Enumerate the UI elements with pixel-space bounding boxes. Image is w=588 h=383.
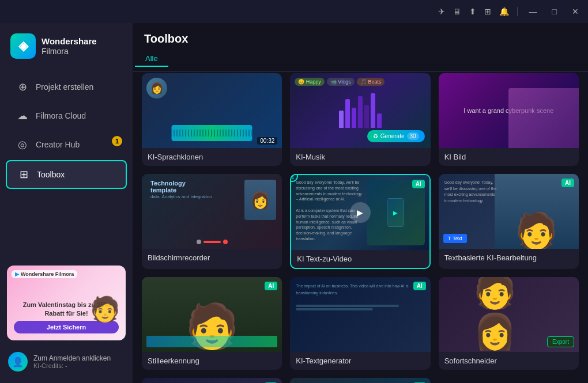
play-button[interactable]: ▶ [350, 202, 371, 223]
screen-controls [142, 240, 282, 244]
tool-card-voice-clone[interactable]: 👩 00:32 KI-Sprachklonen [142, 73, 282, 166]
phone-icon: ▶ [393, 210, 398, 216]
promo-figure: 🧑 [90, 295, 120, 323]
promo-logo-text: Wondershare Filmora [21, 271, 74, 277]
image-overlay [508, 88, 579, 148]
bottom1-visual: 🧑 [142, 378, 282, 383]
close-button[interactable]: ✕ [568, 6, 582, 17]
bell-icon[interactable]: 🔔 [499, 7, 509, 16]
page-title: Toolbox [133, 23, 588, 51]
user-info: Zum Anmelden anklicken KI-Credits: - [33, 354, 125, 369]
card-thumb-text2video: Good day everyone! Today, we'll be discu… [291, 175, 429, 250]
maximize-button[interactable]: □ [549, 6, 560, 17]
send-icon[interactable]: ✈ [438, 7, 445, 16]
sidebar-item-toolbox[interactable]: ⊞ Toolbox [6, 160, 127, 189]
logo-area: ◈ Wondershare Filmora [0, 23, 133, 73]
card-thumb-music: 😊 Happy 📹 Vlogs 🎵 Beats ♻ Generate 30 [290, 73, 430, 148]
main-layout: ◈ Wondershare Filmora ⊕ Projekt erstelle… [0, 23, 588, 383]
sidebar-item-label-toolbox: Toolbox [37, 170, 65, 179]
generate-icon: ♻ [373, 133, 378, 139]
card-thumb-voice: 👩 00:32 [142, 73, 282, 148]
filter-tab-all[interactable]: Alle [135, 51, 168, 67]
promo-logo: ▶ Wondershare Filmora [12, 270, 77, 278]
card-thumb-textbased: 🧑 Good day everyone! Today, we'll be dis… [439, 174, 579, 249]
card-thumb-bottom1: 🧑 AI [142, 378, 282, 383]
sidebar-item-label-creator: Creator Hub [36, 140, 80, 149]
textgen-text: The impact of AI on business. This video… [296, 283, 424, 310]
tool-grid: 👩 00:32 KI-Sprachklonen [142, 73, 579, 383]
tb-text: Good day everyone! Today, we'll be discu… [444, 180, 497, 204]
card-label-music: KI-Musik [290, 148, 430, 166]
tag-beats: 🎵 Beats [357, 78, 385, 86]
silence-wave [146, 336, 277, 347]
card-thumb-bottom2: WANDERLUST 🌎 AI [290, 378, 430, 383]
creator-badge-num: 1 [112, 136, 122, 146]
tool-card-silence[interactable]: 🧑 AI Stilleerkennung [142, 277, 282, 370]
tool-card-text2video[interactable]: 2 Good day everyone! Today, we'll be dis… [290, 174, 430, 269]
tool-card-music[interactable]: 😊 Happy 📹 Vlogs 🎵 Beats ♻ Generate 30 KI… [290, 73, 430, 166]
text-icon: T [448, 236, 451, 241]
sidebar-item-cloud[interactable]: ☁ Filmora Cloud [6, 103, 127, 129]
card-thumb-inner-voice: 👩 00:32 [142, 73, 282, 148]
card-thumb-textgen: The impact of AI on business. This video… [290, 277, 430, 352]
card-label-image: KI Bild [439, 148, 579, 166]
tool-card-bottom2[interactable]: WANDERLUST 🌎 AI [290, 378, 430, 383]
titlebar-separator [517, 7, 518, 16]
upload-icon[interactable]: ⬆ [469, 7, 476, 16]
quick-visual: 🧑👩 Export [439, 277, 579, 352]
brand-sub: Filmora [42, 47, 97, 56]
sidebar-item-creator[interactable]: ◎ Creator Hub 1 [6, 131, 127, 158]
card-label-voice: KI-Sprachklonen [142, 148, 282, 166]
filter-tabs: Alle [133, 51, 588, 72]
t2v-phone: ▶ [387, 198, 404, 227]
ai-badge-silence: AI [265, 282, 277, 290]
tool-card-textbased[interactable]: 🧑 Good day everyone! Today, we'll be dis… [439, 174, 579, 269]
ai-badge-text2video: AI [412, 180, 425, 188]
screen-subtitle: data, Analytics and integration [150, 194, 212, 199]
bottom2-bg [290, 378, 430, 383]
person-emoji: 🧑 [515, 210, 558, 249]
card-thumb-quick: 🧑👩 Export [439, 277, 579, 352]
grid-icon[interactable]: ⊞ [484, 7, 491, 16]
card-label-textgen: KI-Textgenerator [290, 352, 430, 370]
creator-icon: ◎ [16, 138, 29, 151]
logo-text: Wondershare Filmora [42, 36, 97, 56]
tool-card-textgen[interactable]: The impact of AI on business. This video… [290, 277, 430, 370]
monitor-icon[interactable]: 🖥 [453, 7, 461, 16]
voice-timer: 00:32 [257, 137, 277, 145]
toolbox-icon: ⊞ [17, 168, 30, 181]
sidebar-item-label-cloud: Filmora Cloud [36, 111, 86, 120]
tag-happy: 😊 Happy [295, 78, 325, 86]
music-tags: 😊 Happy 📹 Vlogs 🎵 Beats [295, 78, 385, 86]
card-label-textbased: Textbasierte KI-Bearbeitung [439, 249, 579, 267]
export-btn[interactable]: Export [547, 336, 574, 347]
user-area[interactable]: 👤 Zum Anmelden anklicken KI-Credits: - [0, 346, 133, 377]
tool-card-image[interactable]: I want a grand cyberpunk scene KI Bild [439, 73, 579, 166]
nav-wrapper-cloud: ☁ Filmora Cloud [0, 101, 133, 130]
app-logo-icon: ◈ [10, 33, 36, 59]
promo-banner[interactable]: ▶ Wondershare Filmora 🧑 Zum Valentinstag… [7, 266, 126, 340]
bottom2-visual: WANDERLUST 🌎 [290, 378, 430, 383]
screen-visual: Technologytemplate data, Analytics and i… [142, 174, 282, 249]
nav-wrapper-creator: ◎ Creator Hub 1 [0, 130, 133, 159]
card-label-quick: Sofortschneider [439, 352, 579, 370]
card-label-silence: Stilleerkennung [142, 352, 282, 370]
nav-wrapper-toolbox: ⊞ Toolbox [0, 159, 133, 190]
minimize-button[interactable]: — [526, 6, 541, 17]
textbased-visual: 🧑 Good day everyone! Today, we'll be dis… [439, 174, 579, 249]
music-generate-btn[interactable]: ♻ Generate 30 [367, 130, 425, 142]
titlebar: ✈ 🖥 ⬆ ⊞ 🔔 — □ ✕ [0, 0, 588, 23]
screen-person: 👩 [244, 180, 276, 220]
voice-avatar: 👩 [146, 78, 167, 98]
sidebar-item-project[interactable]: ⊕ Projekt erstellen [6, 74, 127, 100]
tool-card-quick[interactable]: 🧑👩 Export Sofortschneider [439, 277, 579, 370]
quick-people: 🧑👩 [473, 277, 544, 352]
screen-title: Technologytemplate [150, 180, 186, 194]
phone-screen: ▶ [387, 199, 404, 226]
tool-card-screen[interactable]: Technologytemplate data, Analytics and i… [142, 174, 282, 269]
tool-grid-container: 👩 00:32 KI-Sprachklonen [133, 73, 588, 383]
card-thumb-silence: 🧑 AI [142, 277, 282, 352]
user-credits: KI-Credits: - [33, 362, 125, 369]
tool-card-bottom1[interactable]: 🧑 AI [142, 378, 282, 383]
user-label: Zum Anmelden anklicken [33, 354, 125, 362]
